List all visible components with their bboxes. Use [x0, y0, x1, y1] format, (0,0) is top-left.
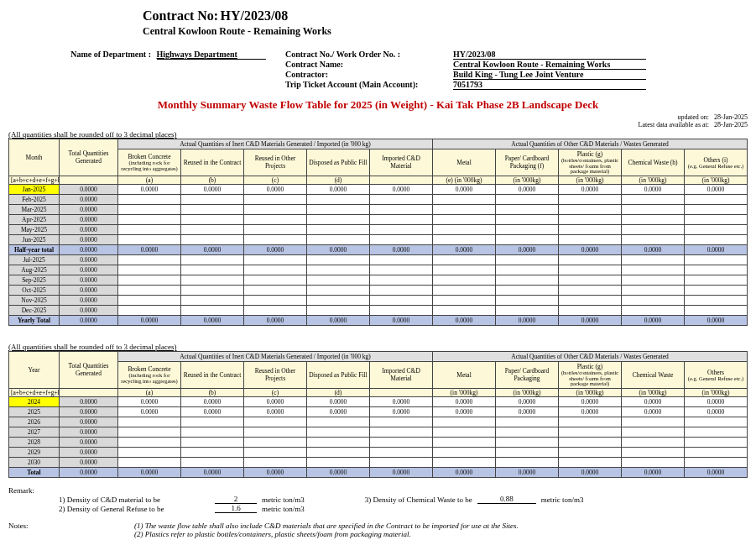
row-label: Total — [9, 468, 60, 478]
row-label: May-2025 — [9, 225, 60, 235]
row-label: Aug-2025 — [9, 265, 60, 275]
col-month: Month — [9, 139, 60, 176]
row-label: Jun-2025 — [9, 235, 60, 245]
contract-no-label: Contract No: — [143, 8, 218, 23]
row-label: Feb-2025 — [9, 195, 60, 205]
row-label: Dec-2025 — [9, 306, 60, 316]
row-label: 2030 — [9, 458, 60, 468]
remark-block: Remark: 1) Density of C&D material to be… — [8, 486, 748, 513]
row-label: 2029 — [9, 448, 60, 458]
row-label: 2025 — [9, 407, 60, 417]
header: Contract No: HY/2023/08 Central Kowloon … — [143, 8, 748, 38]
yearly-table: Year Total Quantities Generated Actual Q… — [8, 351, 748, 478]
row-label: 2024 — [9, 397, 60, 407]
notes-block: Notes: (1) The waste flow table shall al… — [8, 522, 748, 540]
row-label: Mar-2025 — [9, 205, 60, 215]
page-title: Monthly Summary Waste Flow Table for 202… — [8, 98, 748, 112]
dept-label: Name of Department : — [50, 50, 151, 59]
col-total: Total Quantities Generated — [60, 139, 118, 176]
monthly-table: Month Total Quantities Generated Actual … — [8, 139, 748, 326]
rounded-note-2: (All quantities shall be rounded off to … — [8, 343, 748, 351]
info-right: Contract No./ Work Order No. :HY/2023/08… — [285, 50, 646, 90]
contract-no: HY/2023/08 — [220, 8, 288, 23]
rounded-note: (All quantities shall be rounded off to … — [8, 130, 748, 139]
meta-dates: updated on: 28-Jan-2025 Latest data avai… — [8, 113, 748, 128]
row-label: Sep-2025 — [9, 275, 60, 286]
info-grid: Name of Department : Highways Department… — [8, 50, 748, 90]
row-label: 2028 — [9, 438, 60, 448]
row-label: Jan-2025 — [9, 185, 60, 195]
row-label: Half-year total — [9, 245, 60, 255]
row-label: Apr-2025 — [9, 215, 60, 225]
row-label: Oct-2025 — [9, 286, 60, 296]
row-label: 2027 — [9, 427, 60, 438]
row-label: 2026 — [9, 417, 60, 427]
row-label: Nov-2025 — [9, 296, 60, 306]
row-label: Jul-2025 — [9, 255, 60, 265]
row-label: Yearly Total — [9, 316, 60, 326]
dept-value: Highways Department — [157, 50, 266, 60]
contract-subtitle: Central Kowloon Route - Remaining Works — [143, 25, 748, 38]
